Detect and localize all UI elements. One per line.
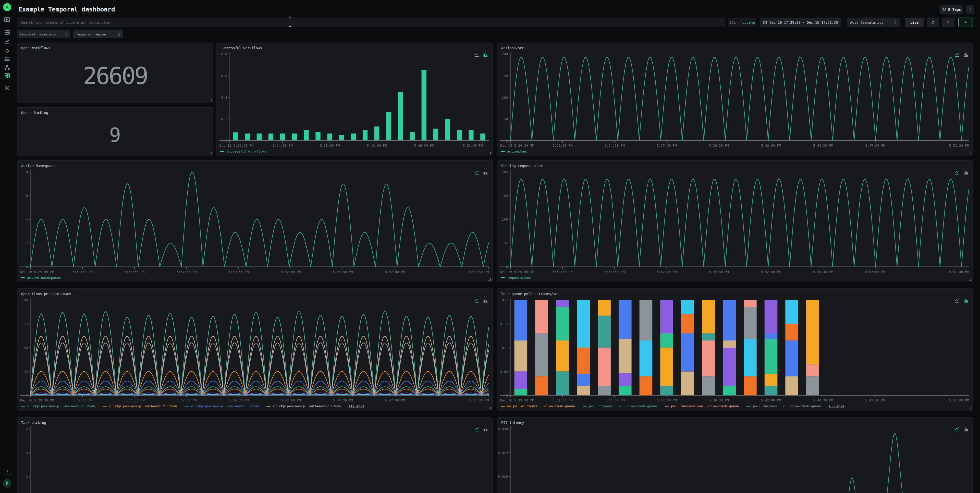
- svg-text:0.4: 0.4: [221, 96, 228, 100]
- hosts-laptop-icon[interactable]: [4, 55, 11, 62]
- app-logo-icon[interactable]: [3, 3, 11, 11]
- legend-item[interactable]: successful workflows: [220, 149, 266, 153]
- panel-resize-handle[interactable]: [488, 152, 491, 154]
- svg-text:8: 8: [26, 170, 28, 174]
- line-chart-toggle-icon[interactable]: [474, 52, 479, 58]
- svg-text:5:34:00 PM: 5:34:00 PM: [272, 144, 293, 147]
- legend-item[interactable]: clickpipes-aws-p..outheast-2.l2c4n: [103, 404, 177, 408]
- svg-text:5:32:00 PM: 5:32:00 PM: [73, 270, 92, 274]
- actions-per-sec-chart[interactable]: 050100150200Dec 16 5:29:30 PM5:32:00 PM5…: [497, 43, 973, 156]
- date-range-label: Dec 16 17:29:30 - Dec 16 17:51:30: [770, 21, 838, 24]
- panel-resize-handle[interactable]: [209, 99, 212, 101]
- panel-resize-handle[interactable]: [969, 407, 971, 409]
- svg-text:5:42:00 PM: 5:42:00 PM: [761, 398, 781, 402]
- svg-text:0.8: 0.8: [221, 52, 227, 56]
- bar-chart-toggle-icon[interactable]: [483, 52, 488, 58]
- panel-resize-handle[interactable]: [969, 278, 971, 281]
- bar-chart-toggle-icon[interactable]: [963, 170, 969, 176]
- panel-resize-handle[interactable]: [969, 152, 971, 154]
- user-avatar[interactable]: D: [3, 479, 11, 488]
- line-chart-toggle-icon[interactable]: [474, 427, 479, 432]
- line-chart-toggle-icon[interactable]: [954, 170, 960, 176]
- legend-item[interactable]: poll_success_syn..-flow-task-queue: [665, 404, 739, 408]
- active-namespaces-chart[interactable]: 02468Dec 16 5:29:30 PM5:32:00 PM5:34:30 …: [17, 161, 492, 282]
- line-chart-toggle-icon[interactable]: [954, 298, 960, 303]
- svg-text:0.15: 0.15: [500, 322, 508, 326]
- panel-menu-button[interactable]: ⋮: [966, 5, 974, 14]
- dashboards-icon[interactable]: [4, 29, 11, 36]
- legend-item[interactable]: clickpipes-aws-p..outheast-2.l2c4n: [266, 404, 341, 408]
- bar-chart-toggle-icon[interactable]: [483, 427, 488, 432]
- help-button[interactable]: ?: [3, 468, 11, 476]
- legend-more-link[interactable]: +56 more: [829, 404, 845, 408]
- svg-text:10K: 10K: [502, 217, 508, 221]
- legend-item[interactable]: clickpipes-aws-p..-us-east-1.l2c4n: [185, 404, 259, 408]
- pending-requests-chart[interactable]: 05K10K15K20KDec 16 5:29:30 PM5:32:00 PM5…: [497, 161, 973, 282]
- line-chart-toggle-icon[interactable]: [954, 52, 960, 58]
- tags-button[interactable]: 0 Tags: [940, 5, 963, 14]
- line-chart-toggle-icon[interactable]: [954, 427, 960, 432]
- sidebar-toggle-icon[interactable]: [4, 16, 11, 23]
- legend-more-link[interactable]: +12 more: [348, 404, 364, 408]
- svg-text:5:51:30 PM: 5:51:30 PM: [949, 398, 969, 402]
- service-map-icon[interactable]: [4, 64, 11, 71]
- metrics-chart-icon[interactable]: [4, 38, 11, 45]
- granularity-select[interactable]: Auto Granularity: [847, 17, 900, 27]
- legend-item[interactable]: requests/sec: [501, 276, 531, 279]
- filter-region-label: Temporal region: [76, 32, 106, 36]
- panel-task-queue-poll-outcomes: Task queue poll outcomes/sec 00.050.10.1…: [497, 289, 973, 411]
- p95-latency-chart[interactable]: 0.0380.0290.0190.010: [497, 417, 973, 493]
- svg-text:5:39:30 PM: 5:39:30 PM: [709, 398, 729, 402]
- legend-item[interactable]: poll_timeout · c..-flow-task-queue: [583, 404, 657, 408]
- legend-item[interactable]: no_poller_tasks ..-flow-task-queue: [501, 404, 575, 408]
- settings-gear-icon[interactable]: [4, 85, 11, 91]
- bar-chart-toggle-icon[interactable]: [963, 298, 969, 303]
- bar-chart-toggle-icon[interactable]: [963, 427, 969, 432]
- search-input[interactable]: [17, 18, 725, 27]
- live-button[interactable]: Live: [905, 17, 924, 27]
- page-title: Example Temporal dashboard: [18, 6, 115, 13]
- bar-chart-toggle-icon[interactable]: [963, 52, 969, 58]
- svg-text:4: 4: [26, 427, 28, 431]
- line-chart-toggle-icon[interactable]: [474, 298, 479, 303]
- svg-text:25: 25: [24, 370, 28, 374]
- svg-text:5:51:30 PM: 5:51:30 PM: [469, 270, 489, 274]
- chart-legend: action/sec: [501, 149, 535, 153]
- svg-text:50: 50: [24, 346, 28, 350]
- panel-title: Task queue poll outcomes/sec: [501, 292, 559, 296]
- refresh-button[interactable]: [927, 17, 939, 27]
- panel-resize-handle[interactable]: [209, 152, 212, 154]
- operations-per-namespace-chart[interactable]: 0255075100Dec 16 5:29:30 PM5:32:00 PM5:3…: [17, 289, 492, 411]
- svg-text:2: 2: [26, 241, 28, 245]
- granularity-label: Auto Granularity: [850, 21, 883, 24]
- svg-text:50: 50: [504, 117, 508, 121]
- date-range-picker[interactable]: Dec 16 17:29:30 - Dec 16 17:51:30: [760, 17, 841, 27]
- svg-text:5:42:00 PM: 5:42:00 PM: [281, 270, 301, 274]
- task-backlog-chart[interactable]: 43210: [17, 417, 492, 493]
- apps-grid-icon[interactable]: [4, 73, 11, 79]
- legend-item[interactable]: clickpipes-aws-p..-us-east-2.l2c4n: [21, 404, 95, 408]
- legend-item[interactable]: active namespaces: [21, 276, 61, 279]
- svg-text:15K: 15K: [502, 194, 508, 198]
- sidebar: ? D: [0, 0, 14, 493]
- filter-temporal-namespace[interactable]: Temporal namespace: [17, 30, 70, 38]
- legend-item[interactable]: poll_success · c..-flow-task-queue: [746, 404, 821, 408]
- svg-text:5:47:00 PM: 5:47:00 PM: [385, 270, 405, 274]
- successful-workflows-chart[interactable]: 00.20.40.60.8Dec 16 5:29:30 PM5:34:00 PM…: [216, 43, 492, 156]
- panel-resize-handle[interactable]: [488, 278, 491, 281]
- query-mode-toggle[interactable]: SQL | Lucene: [728, 17, 756, 27]
- bar-chart-toggle-icon[interactable]: [483, 170, 488, 176]
- bar-chart-toggle-icon[interactable]: [483, 298, 488, 303]
- legend-item[interactable]: action/sec: [501, 149, 527, 153]
- mode-lucene-label: Lucene: [742, 21, 755, 24]
- svg-text:5:32:00 PM: 5:32:00 PM: [552, 398, 573, 402]
- alerts-bell-icon[interactable]: [4, 47, 11, 54]
- line-chart-toggle-icon[interactable]: [474, 170, 479, 176]
- task-queue-poll-outcomes-chart[interactable]: 00.050.10.150.2Dec 16 5:29:30 PM5:32:00 …: [497, 289, 973, 411]
- run-query-button[interactable]: [958, 17, 973, 27]
- svg-text:Dec 16 5:29:30 PM: Dec 16 5:29:30 PM: [20, 270, 54, 274]
- panel-resize-handle[interactable]: [488, 407, 491, 409]
- svg-text:0.038: 0.038: [498, 427, 508, 431]
- filter-edit-button[interactable]: [942, 17, 955, 27]
- filter-temporal-region[interactable]: Temporal region: [73, 30, 123, 38]
